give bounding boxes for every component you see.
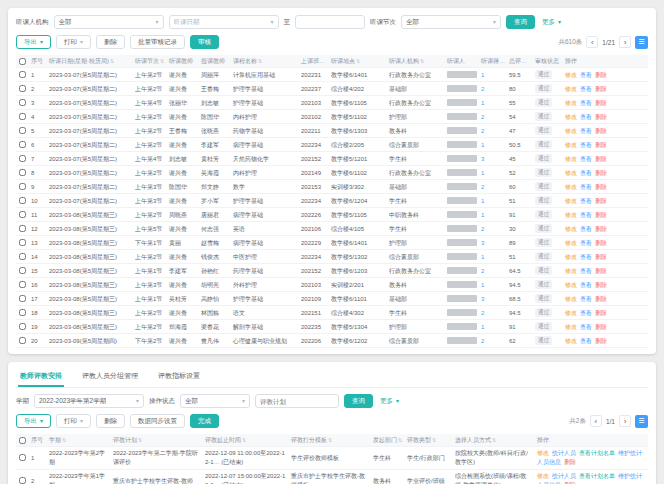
export-button[interactable]: 导出 ▾ — [16, 35, 51, 49]
select-all-checkbox[interactable] — [19, 437, 26, 444]
row-checkbox[interactable] — [19, 99, 26, 106]
score-link[interactable]: 2 — [481, 226, 484, 232]
edit-link[interactable]: 修改 — [537, 450, 549, 456]
edit-link[interactable]: 修改 — [565, 296, 577, 302]
score-link[interactable]: 1 — [481, 254, 484, 260]
edit-link[interactable]: 修改 — [565, 142, 577, 148]
score-link[interactable]: 1 — [481, 282, 484, 288]
date-from-select[interactable]: 听课日期 ▾ — [169, 15, 279, 29]
tab-evaluator-group-management[interactable]: 评教人员分组管理 — [80, 368, 140, 387]
org-filter-select[interactable]: 全部 ▾ — [54, 15, 164, 29]
col-header-term[interactable]: 学期⇅ — [47, 434, 111, 447]
sort-icon[interactable]: ⇅ — [62, 437, 66, 443]
view-link[interactable]: 查看 — [580, 142, 592, 148]
view-link[interactable]: 查看 — [580, 324, 592, 330]
sort-icon[interactable]: ⇅ — [326, 58, 329, 64]
delete-link[interactable]: 删除 — [595, 72, 607, 78]
delete-link[interactable]: 删除 — [595, 254, 607, 260]
delete-link[interactable]: 删除 — [595, 212, 607, 218]
delete-link[interactable]: 删除 — [595, 282, 607, 288]
sort-icon[interactable]: ⇅ — [398, 437, 402, 443]
more-link[interactable]: 更多 ▾ — [542, 18, 561, 27]
col-header-klass[interactable]: 上课班级⇅ — [299, 55, 329, 68]
edit-link[interactable]: 修改 — [565, 212, 577, 218]
row-checkbox[interactable] — [19, 239, 26, 246]
delete-link[interactable]: 删除 — [595, 114, 607, 120]
delete-link[interactable]: 删除 — [595, 226, 607, 232]
tab-teacher-evaluation-plan[interactable]: 教师评教安排 — [18, 368, 64, 387]
row-checkbox[interactable] — [19, 197, 26, 204]
period-filter-select[interactable]: 全部 ▾ — [401, 15, 501, 29]
sort-icon[interactable]: ⇅ — [110, 58, 114, 64]
col-header-time[interactable]: 评教起止时间⇅ — [203, 434, 289, 447]
plan-search-input[interactable] — [255, 394, 339, 408]
row-checkbox[interactable] — [19, 169, 26, 176]
row-checkbox[interactable] — [19, 71, 26, 78]
row-checkbox[interactable] — [19, 113, 26, 120]
search-button[interactable]: 查询 — [506, 15, 535, 29]
col-header-date[interactable]: 听课日期(星期·校历周)⇅ — [47, 55, 133, 68]
stat-staff-link[interactable]: 统计人员 — [552, 450, 576, 456]
delete-link[interactable]: 删除 — [595, 156, 607, 162]
edit-link[interactable]: 修改 — [565, 324, 577, 330]
score-link[interactable]: 2 — [481, 338, 484, 344]
col-header-select_mode[interactable]: 选择人员方式⇅ — [453, 434, 535, 447]
select-all-checkbox[interactable] — [19, 58, 26, 65]
view-link[interactable]: 查看 — [580, 268, 592, 274]
term-filter-select[interactable]: 2022-2023学年第2学期 ▾ — [34, 394, 144, 408]
sort-icon[interactable]: ⇅ — [138, 437, 142, 443]
edit-link[interactable]: 修改 — [565, 254, 577, 260]
view-link[interactable]: 查看 — [580, 184, 592, 190]
view-link[interactable]: 查看 — [580, 310, 592, 316]
row-checkbox[interactable] — [19, 211, 26, 218]
edit-link[interactable]: 修改 — [565, 156, 577, 162]
edit-link[interactable]: 修改 — [565, 240, 577, 246]
tab-evaluation-settings[interactable]: 评教指标设置 — [156, 368, 202, 387]
score-link[interactable]: 1 — [481, 324, 484, 330]
view-link[interactable]: 查看 — [580, 128, 592, 134]
column-settings-icon[interactable]: ☰ — [635, 36, 648, 49]
view-plan-roster-link[interactable]: 查看计划名单 — [579, 450, 615, 456]
delete-link[interactable]: 删除 — [595, 86, 607, 92]
score-link[interactable]: 2 — [481, 268, 484, 274]
status-filter-select[interactable]: 全部 ▾ — [180, 394, 250, 408]
row-checkbox[interactable] — [19, 337, 26, 344]
row-checkbox[interactable] — [19, 477, 26, 484]
delete-link[interactable]: 删除 — [595, 296, 607, 302]
score-link[interactable]: 1 — [481, 198, 484, 204]
edit-link[interactable]: 修改 — [565, 100, 577, 106]
view-link[interactable]: 查看 — [580, 198, 592, 204]
score-link[interactable]: 2 — [481, 114, 484, 120]
export-button[interactable]: 导出 ▾ — [16, 414, 51, 428]
next-page-icon[interactable]: › — [619, 415, 631, 427]
view-link[interactable]: 查看 — [580, 156, 592, 162]
view-link[interactable]: 查看 — [580, 212, 592, 218]
print-button[interactable]: 打印 ▾ — [56, 35, 91, 49]
sort-icon[interactable]: ⇅ — [258, 58, 262, 64]
col-header-course[interactable]: 课程名称⇅ — [231, 55, 299, 68]
prev-page-icon[interactable]: ‹ — [586, 36, 598, 48]
view-link[interactable]: 查看 — [580, 86, 592, 92]
delete-link[interactable]: 删除 — [595, 268, 607, 274]
score-link[interactable]: 1 — [481, 72, 484, 78]
col-header-period[interactable]: 听课节次⇅ — [133, 55, 167, 68]
sort-icon[interactable]: ⇅ — [328, 437, 332, 443]
view-link[interactable]: 查看 — [580, 282, 592, 288]
view-link[interactable]: 查看 — [580, 114, 592, 120]
col-header-total[interactable]: 总评分⇅ — [507, 55, 533, 68]
more-link[interactable]: 更多 ▾ — [380, 397, 399, 406]
score-link[interactable]: 1 — [481, 100, 484, 106]
score-link[interactable]: 3 — [481, 296, 484, 302]
edit-link[interactable]: 修改 — [537, 473, 549, 479]
score-link[interactable]: 3 — [481, 240, 484, 246]
delete-link[interactable]: 删除 — [595, 142, 607, 148]
row-checkbox[interactable] — [19, 253, 26, 260]
delete-link[interactable]: 删除 — [595, 170, 607, 176]
score-link[interactable]: 2 — [481, 86, 484, 92]
audit-button[interactable]: 审核 — [190, 35, 219, 49]
view-link[interactable]: 查看 — [580, 240, 592, 246]
prev-page-icon[interactable]: ‹ — [590, 415, 602, 427]
search-button[interactable]: 查询 — [344, 394, 373, 408]
col-header-org[interactable]: 听课人机构⇅ — [387, 55, 445, 68]
edit-link[interactable]: 修改 — [565, 226, 577, 232]
